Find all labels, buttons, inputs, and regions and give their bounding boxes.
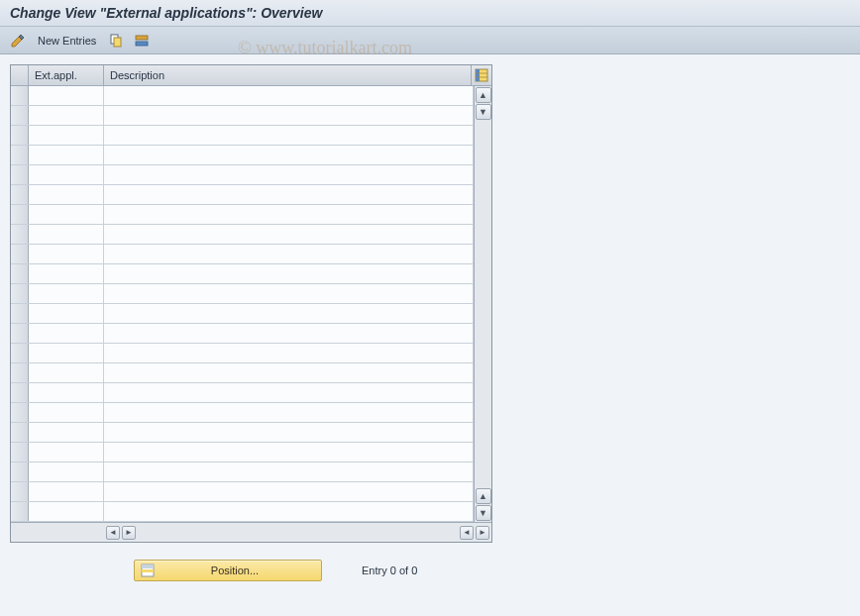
cell-description[interactable] — [104, 304, 474, 323]
row-selector[interactable] — [11, 462, 29, 481]
row-selector[interactable] — [11, 205, 29, 224]
row-selector-header[interactable] — [11, 65, 29, 85]
row-selector[interactable] — [11, 383, 29, 402]
cell-ext-appl[interactable] — [29, 106, 104, 125]
page-title-text: Change View "External applications": Ove… — [10, 5, 322, 21]
cell-description[interactable] — [104, 344, 474, 362]
row-selector[interactable] — [11, 106, 29, 125]
cell-ext-appl[interactable] — [29, 363, 104, 382]
cell-ext-appl[interactable] — [29, 225, 104, 244]
cell-ext-appl[interactable] — [29, 344, 104, 362]
row-selector[interactable] — [11, 344, 29, 362]
cell-description[interactable] — [104, 284, 474, 303]
row-selector[interactable] — [11, 245, 29, 263]
row-selector[interactable] — [11, 126, 29, 145]
cell-ext-appl[interactable] — [29, 205, 104, 224]
chevron-down-icon: ▼ — [479, 107, 487, 117]
svg-rect-1 — [114, 38, 121, 47]
row-selector[interactable] — [11, 86, 29, 105]
table-row — [11, 403, 474, 423]
cell-ext-appl[interactable] — [29, 462, 104, 481]
column-header-ext-appl[interactable]: Ext.appl. — [29, 65, 104, 85]
cell-description[interactable] — [104, 264, 474, 283]
cell-ext-appl[interactable] — [29, 146, 104, 164]
cell-ext-appl[interactable] — [29, 403, 104, 422]
row-selector[interactable] — [11, 482, 29, 501]
row-selector[interactable] — [11, 443, 29, 462]
cell-description[interactable] — [104, 185, 474, 204]
cell-ext-appl[interactable] — [29, 185, 104, 204]
cell-ext-appl[interactable] — [29, 126, 104, 145]
scroll-right-button[interactable]: ► — [122, 526, 136, 540]
table-row — [11, 284, 474, 304]
chevron-right-icon: ► — [479, 528, 486, 537]
cell-ext-appl[interactable] — [29, 423, 104, 442]
cell-description[interactable] — [104, 86, 474, 105]
copy-icon[interactable] — [106, 31, 126, 51]
main-area: Ext.appl. Description ▲ ▼ — [0, 54, 860, 553]
cell-ext-appl[interactable] — [29, 482, 104, 501]
row-selector[interactable] — [11, 502, 29, 521]
cell-description[interactable] — [104, 443, 474, 462]
svg-rect-9 — [142, 565, 154, 568]
cell-description[interactable] — [104, 146, 474, 164]
table-row — [11, 245, 474, 264]
cell-description[interactable] — [104, 205, 474, 224]
row-selector[interactable] — [11, 165, 29, 184]
cell-description[interactable] — [104, 363, 474, 382]
cell-ext-appl[interactable] — [29, 264, 104, 283]
cell-description[interactable] — [104, 324, 474, 343]
cell-description[interactable] — [104, 502, 474, 521]
cell-ext-appl[interactable] — [29, 324, 104, 343]
row-selector[interactable] — [11, 146, 29, 164]
row-selector[interactable] — [11, 304, 29, 323]
svg-rect-10 — [142, 569, 154, 572]
row-selector[interactable] — [11, 284, 29, 303]
cell-description[interactable] — [104, 403, 474, 422]
new-entries-button[interactable]: New Entries — [34, 33, 100, 49]
table-row — [11, 443, 474, 462]
table-settings-icon[interactable] — [472, 65, 491, 85]
row-selector[interactable] — [11, 423, 29, 442]
chevron-down-icon: ▼ — [479, 508, 487, 518]
cell-ext-appl[interactable] — [29, 304, 104, 323]
delete-icon[interactable] — [132, 31, 152, 51]
row-selector[interactable] — [11, 264, 29, 283]
scroll-up-button[interactable]: ▲ — [476, 87, 491, 103]
position-button[interactable]: Position... — [134, 560, 322, 581]
cell-ext-appl[interactable] — [29, 165, 104, 184]
position-icon — [141, 564, 155, 577]
cell-ext-appl[interactable] — [29, 86, 104, 105]
row-selector[interactable] — [11, 403, 29, 422]
page-title: Change View "External applications": Ove… — [0, 0, 860, 27]
cell-ext-appl[interactable] — [29, 245, 104, 263]
row-selector[interactable] — [11, 324, 29, 343]
row-selector[interactable] — [11, 185, 29, 204]
cell-description[interactable] — [104, 225, 474, 244]
cell-ext-appl[interactable] — [29, 284, 104, 303]
chevron-left-icon: ◄ — [109, 528, 117, 537]
cell-description[interactable] — [104, 383, 474, 402]
cell-description[interactable] — [104, 106, 474, 125]
scroll-left-button[interactable]: ◄ — [106, 526, 120, 540]
scroll-up-button-bottom[interactable]: ▲ — [476, 488, 491, 504]
cell-ext-appl[interactable] — [29, 443, 104, 462]
cell-description[interactable] — [104, 165, 474, 184]
cell-description[interactable] — [104, 126, 474, 145]
cell-description[interactable] — [104, 423, 474, 442]
scroll-down-button-bottom[interactable]: ▼ — [476, 505, 491, 521]
toolbar: New Entries — [0, 27, 860, 54]
cell-description[interactable] — [104, 482, 474, 501]
row-selector[interactable] — [11, 225, 29, 244]
scroll-right-button-end[interactable]: ► — [476, 526, 489, 540]
cell-ext-appl[interactable] — [29, 502, 104, 521]
cell-description[interactable] — [104, 462, 474, 481]
column-header-description[interactable]: Description — [104, 65, 472, 85]
cell-description[interactable] — [104, 245, 474, 263]
scroll-down-button[interactable]: ▼ — [476, 104, 491, 120]
entry-status: Entry 0 of 0 — [362, 565, 417, 576]
cell-ext-appl[interactable] — [29, 383, 104, 402]
scroll-left-button-end[interactable]: ◄ — [460, 526, 474, 540]
row-selector[interactable] — [11, 363, 29, 382]
pencil-icon[interactable] — [8, 31, 28, 51]
